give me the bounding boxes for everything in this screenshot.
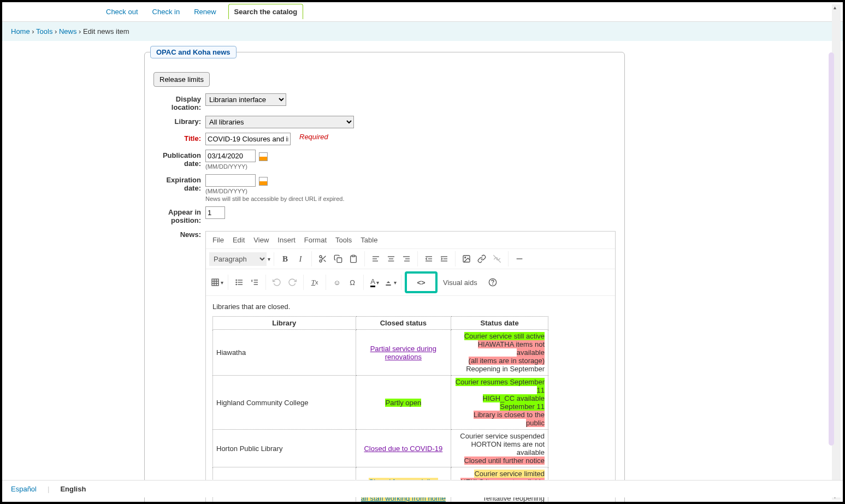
- calendar-icon[interactable]: [259, 177, 268, 186]
- closures-table: Library Closed status Status date Hiawat…: [212, 316, 548, 504]
- required-text: Required: [299, 133, 328, 141]
- image-button[interactable]: [459, 251, 474, 266]
- undo-button[interactable]: [269, 275, 285, 290]
- redo-button[interactable]: [285, 275, 300, 290]
- news-label: News:: [153, 229, 205, 239]
- cell-status-date: Courier service still activeHIAWATHA ite…: [451, 330, 548, 376]
- status-link[interactable]: Partial service during renovations: [370, 345, 436, 361]
- exp-date-label: Expiration date:: [153, 174, 205, 192]
- exp-date-hint2: News will still be accessible by direct …: [205, 195, 345, 202]
- lang-spanish[interactable]: Español: [11, 485, 37, 493]
- svg-point-23: [465, 257, 466, 258]
- editor-toolbar-2: ▾ Tx: [206, 269, 615, 296]
- align-center-button[interactable]: [383, 251, 399, 266]
- pub-date-input[interactable]: [205, 150, 256, 162]
- title-input[interactable]: [205, 133, 291, 145]
- crumb-current: Edit news item: [83, 27, 129, 35]
- content-intro: Libraries that are closed.: [212, 303, 608, 311]
- position-input[interactable]: [205, 206, 225, 219]
- menu-file[interactable]: File: [212, 236, 224, 244]
- cell-status: Closed due to COVID-19: [356, 430, 451, 467]
- cell-library: Hiawatha: [213, 330, 356, 376]
- svg-point-34: [236, 280, 237, 280]
- cell-status: Partly open: [356, 376, 451, 430]
- release-limits-button[interactable]: Release limits: [153, 72, 210, 87]
- svg-point-1: [320, 260, 322, 262]
- copy-button[interactable]: [330, 251, 346, 266]
- svg-point-35: [236, 282, 237, 282]
- th-closed: Closed status: [356, 317, 451, 330]
- clear-format-button[interactable]: Tx: [307, 275, 322, 290]
- table-row: HiawathaPartial service during renovatio…: [213, 330, 548, 376]
- pub-date-hint: (MM/DD/YYYY): [205, 163, 268, 170]
- editor-toolbar-1: Paragraph ▾ B I: [206, 249, 615, 269]
- tab-check-in[interactable]: Check in: [150, 4, 182, 19]
- paste-button[interactable]: [346, 251, 361, 266]
- editor-content-area[interactable]: Libraries that are closed. Library Close…: [206, 296, 615, 504]
- source-code-button[interactable]: <>: [413, 275, 429, 290]
- cell-status-date: Courier resumes September 11HIGH_CC avai…: [451, 376, 548, 430]
- rich-text-editor: File Edit View Insert Format Tools Table…: [205, 231, 616, 504]
- breadcrumb: Home › Tools › News › Edit news item: [2, 22, 843, 41]
- crumb-tools[interactable]: Tools: [36, 27, 52, 35]
- menu-insert[interactable]: Insert: [277, 236, 296, 244]
- editor-menubar: File Edit View Insert Format Tools Table: [206, 232, 615, 249]
- title-label: Title:: [153, 133, 205, 143]
- cell-library: Highland Community College: [213, 376, 356, 430]
- status-link[interactable]: Closed due to COVID-19: [364, 444, 442, 453]
- table-button[interactable]: ▾: [209, 275, 224, 290]
- menu-table[interactable]: Table: [361, 236, 377, 244]
- svg-point-36: [236, 284, 237, 284]
- menu-edit[interactable]: Edit: [233, 236, 245, 244]
- tab-renew[interactable]: Renew: [192, 4, 218, 19]
- display-location-label: Display location:: [153, 93, 205, 111]
- th-status-date: Status date: [451, 317, 548, 330]
- align-right-button[interactable]: [399, 251, 414, 266]
- language-switcher: Español | English: [2, 480, 843, 497]
- exp-date-input[interactable]: [205, 174, 256, 187]
- bullet-list-button[interactable]: [232, 275, 247, 290]
- align-left-button[interactable]: [368, 251, 383, 266]
- svg-rect-40: [386, 284, 391, 286]
- display-location-select[interactable]: Librarian interface: [205, 93, 286, 106]
- svg-point-0: [320, 256, 322, 258]
- number-list-button[interactable]: [247, 275, 262, 290]
- italic-button[interactable]: I: [293, 251, 308, 266]
- library-select[interactable]: All libraries: [205, 116, 354, 128]
- exp-date-hint1: (MM/DD/YYYY): [205, 188, 345, 194]
- link-button[interactable]: [474, 251, 489, 266]
- menu-tools[interactable]: Tools: [335, 236, 352, 244]
- service-link[interactable]: A service of NEKLS: [11, 0, 68, 4]
- bg-color-button[interactable]: ▾: [382, 275, 398, 290]
- paragraph-select[interactable]: Paragraph: [209, 252, 267, 266]
- tab-search-catalog[interactable]: Search the catalog: [228, 4, 304, 19]
- calendar-icon[interactable]: [259, 152, 268, 161]
- bold-button[interactable]: B: [277, 251, 293, 266]
- menu-format[interactable]: Format: [304, 236, 327, 244]
- library-label: Library:: [153, 116, 205, 126]
- crumb-news[interactable]: News: [59, 27, 77, 35]
- tab-check-out[interactable]: Check out: [104, 4, 140, 19]
- position-label: Appear in position:: [153, 206, 205, 224]
- panel-title: OPAC and Koha news: [150, 46, 237, 58]
- cell-status-date: Courier service suspendedHORTON items ar…: [451, 430, 548, 467]
- hr-button[interactable]: [512, 251, 527, 266]
- menu-view[interactable]: View: [253, 236, 269, 244]
- indent-button[interactable]: [436, 251, 452, 266]
- editor-scrollbar[interactable]: [829, 52, 834, 446]
- cut-button[interactable]: [315, 251, 330, 266]
- svg-point-42: [492, 284, 493, 284]
- emoji-button[interactable]: ☺: [329, 275, 345, 290]
- lang-english[interactable]: English: [60, 485, 86, 493]
- crumb-home[interactable]: Home: [11, 27, 30, 35]
- pub-date-label: Publication date:: [153, 150, 205, 168]
- svg-rect-26: [212, 279, 218, 286]
- outdent-button[interactable]: [421, 251, 436, 266]
- special-char-button[interactable]: Ω: [345, 275, 360, 290]
- text-color-button[interactable]: A▾: [367, 275, 382, 290]
- th-library: Library: [213, 317, 356, 330]
- help-button[interactable]: [485, 275, 500, 290]
- table-row: Highland Community CollegePartly openCou…: [213, 376, 548, 430]
- visual-aids-button[interactable]: Visual aids: [443, 278, 477, 287]
- unlink-button[interactable]: [489, 251, 505, 266]
